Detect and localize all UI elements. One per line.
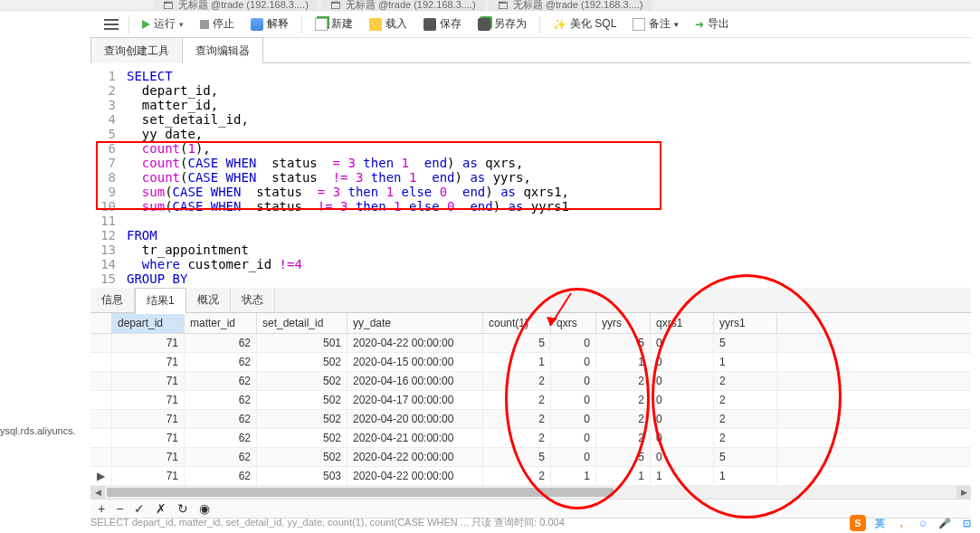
code-content[interactable]: SELECT [127,69,173,83]
cell-yyrs1[interactable]: 1 [714,353,777,371]
window-tab[interactable]: 🗔无标题 @trade (192.168.3....) [489,0,652,10]
code-content[interactable]: depart_id, [127,83,218,98]
cell-date[interactable]: 2020-04-22 00:00:00 [347,467,483,485]
beautify-button[interactable]: ✨美化 SQL [546,14,623,34]
cell-qxrs1[interactable]: 0 [651,448,714,466]
sql-editor[interactable]: 1SELECT2 depart_id,3 matter_id,4 set_det… [90,63,971,288]
cell-set[interactable]: 502 [257,448,347,466]
cell-date[interactable]: 2020-04-16 00:00:00 [347,372,483,390]
cell-set[interactable]: 502 [257,353,347,371]
cell-set[interactable]: 502 [257,429,347,447]
cell-depart[interactable]: 71 [112,467,185,485]
cell-yyrs1[interactable]: 5 [714,448,777,466]
cell-matter[interactable]: 62 [185,429,257,447]
cell-yyrs[interactable]: 2 [596,429,651,447]
cell-matter[interactable]: 62 [185,467,257,485]
ime-more-button[interactable]: ⊡ [958,515,975,531]
cell-set[interactable]: 502 [257,372,347,390]
cell-qxrs[interactable]: 0 [551,391,596,409]
cell-date[interactable]: 2020-04-22 00:00:00 [347,448,483,466]
cell-depart[interactable]: 71 [112,334,185,352]
code-content[interactable]: set_detail_id, [127,112,249,127]
cell-qxrs1[interactable]: 0 [651,372,714,390]
run-button[interactable]: 运行▾ [135,14,191,34]
cell-matter[interactable]: 62 [185,391,257,409]
code-content[interactable]: count(CASE WHEN status = 3 then 1 end) a… [127,156,523,170]
note-button[interactable]: 备注▾ [625,14,686,34]
cell-depart[interactable]: 71 [112,353,185,371]
col-matter-id[interactable]: matter_id [185,313,257,333]
cell-set[interactable]: 502 [257,410,347,428]
col-count[interactable]: count(1) [483,313,551,333]
saveas-button[interactable]: 另存为 [471,14,534,34]
table-row[interactable]: 71625022020-04-22 00:00:0050505 [90,448,971,467]
cell-qxrs1[interactable]: 0 [651,334,714,352]
code-content[interactable]: where customer_id !=4 [127,257,302,271]
cell-date[interactable]: 2020-04-17 00:00:00 [347,391,483,409]
export-button[interactable]: ➜导出 [688,14,737,34]
table-row[interactable]: ▶71625032020-04-22 00:00:0021111 [90,467,971,486]
cell-yyrs[interactable]: 5 [596,448,651,466]
cell-qxrs[interactable]: 0 [551,353,596,371]
table-row[interactable]: 71625022020-04-16 00:00:0020202 [90,372,971,391]
cell-matter[interactable]: 62 [185,353,257,371]
cell-matter[interactable]: 62 [185,334,257,352]
col-yyrs[interactable]: yyrs [596,313,651,333]
tab-info[interactable]: 信息 [90,288,135,312]
table-row[interactable]: 71625012020-04-22 00:00:0050505 [90,334,971,353]
stop-fetch-button[interactable]: ◉ [199,501,210,516]
cell-qxrs1[interactable]: 0 [651,410,714,428]
code-content[interactable]: count(CASE WHEN status != 3 then 1 end) … [127,170,531,185]
new-button[interactable]: 新建 [308,14,360,34]
cell-depart[interactable]: 71 [112,429,185,447]
window-tab[interactable]: 🗔无标题 @trade (192.168.3....) [154,0,318,10]
cell-count[interactable]: 5 [483,448,551,466]
col-depart-id[interactable]: depart_id [112,313,185,333]
cell-yyrs[interactable]: 1 [596,353,651,371]
scroll-left-button[interactable]: ◀ [90,486,105,499]
tab-overview[interactable]: 概况 [186,288,231,312]
cell-yyrs[interactable]: 2 [596,410,651,428]
cell-date[interactable]: 2020-04-22 00:00:00 [347,334,483,352]
cell-date[interactable]: 2020-04-15 00:00:00 [347,353,483,371]
cell-count[interactable]: 5 [483,334,551,352]
cell-yyrs[interactable]: 2 [596,391,651,409]
cell-matter[interactable]: 62 [185,410,257,428]
cell-count[interactable]: 2 [483,410,551,428]
cell-date[interactable]: 2020-04-20 00:00:00 [347,410,483,428]
cell-depart[interactable]: 71 [112,372,185,390]
horizontal-scrollbar[interactable]: ◀ ▶ [90,486,971,499]
cell-qxrs1[interactable]: 1 [651,467,714,485]
cell-set[interactable]: 501 [257,334,347,352]
ime-lang-toggle[interactable]: 英 [871,515,888,531]
cell-yyrs1[interactable]: 2 [714,410,777,428]
add-row-button[interactable]: + [98,501,105,516]
scroll-track[interactable] [105,486,956,499]
tab-query-builder[interactable]: 查询创建工具 [90,37,183,64]
cell-yyrs1[interactable]: 5 [714,334,777,352]
cell-yyrs1[interactable]: 2 [714,372,777,390]
code-content[interactable]: count(1), [127,141,211,156]
cell-set[interactable]: 503 [257,467,347,485]
ime-emoji-button[interactable]: ☺ [915,515,931,531]
cancel-button[interactable]: ✗ [156,501,167,516]
code-content[interactable]: sum(CASE WHEN status = 3 then 1 else 0 e… [127,185,569,199]
cell-matter[interactable]: 62 [185,372,257,390]
cell-depart[interactable]: 71 [112,391,185,409]
code-content[interactable]: sum(CASE WHEN status != 3 then 1 else 0 … [127,199,569,214]
confirm-button[interactable]: ✓ [134,501,145,516]
cell-qxrs1[interactable]: 0 [651,391,714,409]
col-set-detail-id[interactable]: set_detail_id [257,313,347,333]
cell-yyrs1[interactable]: 2 [714,391,777,409]
scroll-right-button[interactable]: ▶ [956,486,971,499]
cell-depart[interactable]: 71 [112,448,185,466]
cell-qxrs[interactable]: 0 [551,429,596,447]
cell-yyrs[interactable]: 5 [596,334,651,352]
scroll-thumb[interactable] [107,488,614,497]
code-content[interactable]: yy_date, [127,127,203,141]
col-qxrs[interactable]: qxrs [551,313,596,333]
table-row[interactable]: 71625022020-04-17 00:00:0020202 [90,391,971,410]
code-content[interactable]: tr_appointment [127,243,249,257]
ime-punct-toggle[interactable]: , [893,515,909,531]
cell-count[interactable]: 2 [483,372,551,390]
